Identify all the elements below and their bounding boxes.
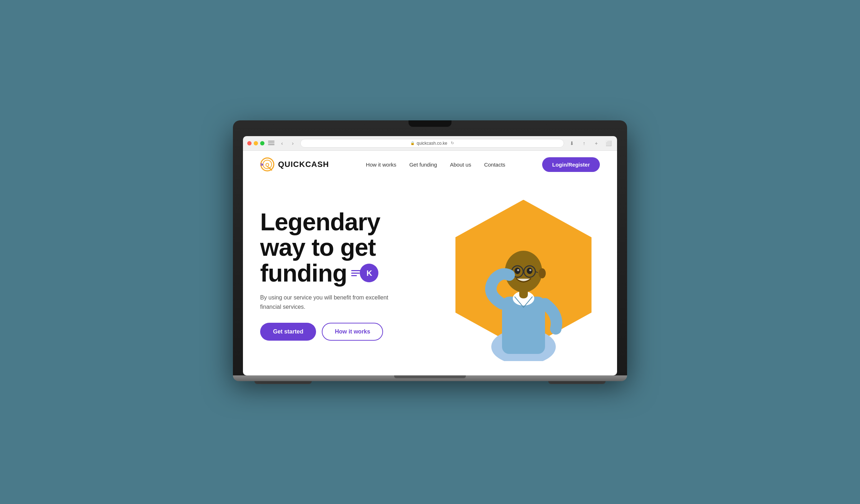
maximize-window-btn[interactable] [260, 141, 264, 145]
address-bar[interactable]: 🔒 quickcash.co.ke ↻ [300, 139, 564, 148]
k-badge: K [351, 264, 378, 282]
website-content: Q QUICKCASH How it works Get funding Abo… [243, 151, 617, 375]
badge-k-letter: K [360, 264, 378, 282]
close-window-btn[interactable] [247, 141, 252, 145]
badge-line-3 [351, 275, 357, 276]
logo-icon: Q [260, 157, 274, 172]
hero-title-line2: way to get [260, 235, 447, 260]
sidebar-toggle-btn[interactable] [268, 141, 274, 146]
screen-bezel: ‹ › 🔒 quickcash.co.ke ↻ ⬇ ↑ + ⬜ [243, 136, 617, 375]
login-register-button[interactable]: Login/Register [542, 157, 600, 172]
nav-contacts[interactable]: Contacts [484, 162, 505, 168]
browser-actions: ⬇ ↑ + ⬜ [568, 139, 613, 148]
laptop-foot-left [254, 381, 312, 384]
browser-chrome: ‹ › 🔒 quickcash.co.ke ↻ ⬇ ↑ + ⬜ [243, 136, 617, 151]
hero-title-line1: Legendary [260, 209, 447, 235]
extensions-icon[interactable]: ⬜ [604, 139, 613, 148]
site-logo: Q QUICKCASH [260, 157, 329, 172]
svg-point-21 [539, 268, 546, 278]
laptop-base [233, 375, 627, 381]
site-navbar: Q QUICKCASH How it works Get funding Abo… [243, 151, 617, 178]
hero-title-line3: funding K [260, 260, 447, 286]
lock-icon: 🔒 [410, 141, 415, 145]
reload-icon: ↻ [451, 141, 454, 145]
laptop-notch [408, 120, 452, 127]
hero-section: Legendary way to get funding [243, 178, 617, 375]
nav-get-funding[interactable]: Get funding [409, 162, 437, 168]
hero-buttons: Get started How it works [260, 323, 447, 341]
browser-navigation: ‹ › [278, 139, 297, 147]
get-started-button[interactable]: Get started [260, 323, 316, 341]
logo-text: QUICKCASH [278, 160, 329, 169]
laptop-feet [233, 381, 627, 384]
nav-how-it-works[interactable]: How it works [366, 162, 396, 168]
new-tab-icon[interactable]: + [592, 139, 601, 148]
hero-person-illustration [466, 196, 581, 361]
nav-links: How it works Get funding About us Contac… [366, 162, 505, 168]
url-text: quickcash.co.ke [417, 141, 447, 146]
hero-title-funding: funding [260, 260, 347, 286]
nav-about-us[interactable]: About us [450, 162, 471, 168]
svg-point-18 [517, 269, 519, 271]
traffic-lights [247, 141, 264, 145]
share-icon[interactable]: ↑ [580, 139, 588, 148]
hero-image-area [447, 189, 600, 361]
svg-point-19 [529, 269, 531, 271]
how-it-works-button[interactable]: How it works [322, 323, 383, 341]
laptop-foot-right [548, 381, 606, 384]
minimize-window-btn[interactable] [254, 141, 258, 145]
badge-line-2 [351, 273, 360, 274]
back-button[interactable]: ‹ [278, 139, 286, 147]
download-icon[interactable]: ⬇ [568, 139, 576, 148]
hero-subtitle: By using our service you will benefit fr… [260, 293, 411, 311]
hero-text: Legendary way to get funding [260, 209, 447, 341]
hero-title: Legendary way to get funding [260, 209, 447, 286]
forward-button[interactable]: › [289, 139, 297, 147]
laptop-frame: ‹ › 🔒 quickcash.co.ke ↻ ⬇ ↑ + ⬜ [233, 120, 627, 384]
